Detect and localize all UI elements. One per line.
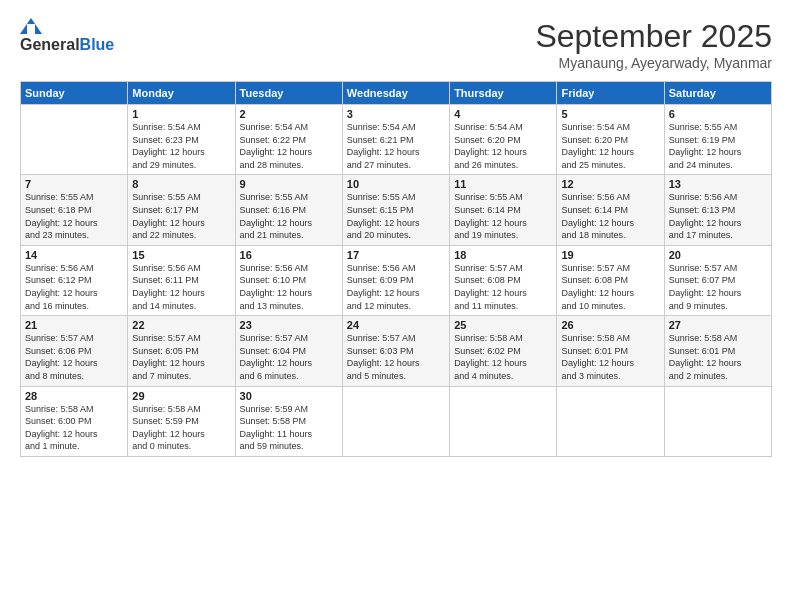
header-thursday: Thursday bbox=[450, 82, 557, 105]
day-info-12: Sunrise: 5:56 AM Sunset: 6:14 PM Dayligh… bbox=[561, 191, 659, 241]
day-info-29: Sunrise: 5:58 AM Sunset: 5:59 PM Dayligh… bbox=[132, 403, 230, 453]
day-number-1: 1 bbox=[132, 108, 230, 120]
day-info-26: Sunrise: 5:58 AM Sunset: 6:01 PM Dayligh… bbox=[561, 332, 659, 382]
day-number-17: 17 bbox=[347, 249, 445, 261]
calendar-cell-w4-d3: 23Sunrise: 5:57 AM Sunset: 6:04 PM Dayli… bbox=[235, 316, 342, 386]
day-info-3: Sunrise: 5:54 AM Sunset: 6:21 PM Dayligh… bbox=[347, 121, 445, 171]
day-number-30: 30 bbox=[240, 390, 338, 402]
calendar-cell-w1-d7: 6Sunrise: 5:55 AM Sunset: 6:19 PM Daylig… bbox=[664, 105, 771, 175]
day-number-16: 16 bbox=[240, 249, 338, 261]
day-info-18: Sunrise: 5:57 AM Sunset: 6:08 PM Dayligh… bbox=[454, 262, 552, 312]
calendar-cell-w4-d1: 21Sunrise: 5:57 AM Sunset: 6:06 PM Dayli… bbox=[21, 316, 128, 386]
day-info-14: Sunrise: 5:56 AM Sunset: 6:12 PM Dayligh… bbox=[25, 262, 123, 312]
day-number-6: 6 bbox=[669, 108, 767, 120]
header-friday: Friday bbox=[557, 82, 664, 105]
day-number-29: 29 bbox=[132, 390, 230, 402]
calendar-cell-w1-d1 bbox=[21, 105, 128, 175]
calendar-cell-w4-d2: 22Sunrise: 5:57 AM Sunset: 6:05 PM Dayli… bbox=[128, 316, 235, 386]
calendar-cell-w1-d5: 4Sunrise: 5:54 AM Sunset: 6:20 PM Daylig… bbox=[450, 105, 557, 175]
calendar-cell-w5-d6 bbox=[557, 386, 664, 456]
calendar-header-row: Sunday Monday Tuesday Wednesday Thursday… bbox=[21, 82, 772, 105]
day-info-17: Sunrise: 5:56 AM Sunset: 6:09 PM Dayligh… bbox=[347, 262, 445, 312]
day-info-19: Sunrise: 5:57 AM Sunset: 6:08 PM Dayligh… bbox=[561, 262, 659, 312]
calendar-cell-w5-d1: 28Sunrise: 5:58 AM Sunset: 6:00 PM Dayli… bbox=[21, 386, 128, 456]
day-number-28: 28 bbox=[25, 390, 123, 402]
calendar-cell-w5-d5 bbox=[450, 386, 557, 456]
day-number-18: 18 bbox=[454, 249, 552, 261]
calendar-week-5: 28Sunrise: 5:58 AM Sunset: 6:00 PM Dayli… bbox=[21, 386, 772, 456]
subtitle: Myanaung, Ayeyarwady, Myanmar bbox=[535, 55, 772, 71]
day-info-21: Sunrise: 5:57 AM Sunset: 6:06 PM Dayligh… bbox=[25, 332, 123, 382]
title-block: September 2025 Myanaung, Ayeyarwady, Mya… bbox=[535, 18, 772, 71]
calendar-cell-w3-d5: 18Sunrise: 5:57 AM Sunset: 6:08 PM Dayli… bbox=[450, 245, 557, 315]
calendar-cell-w3-d7: 20Sunrise: 5:57 AM Sunset: 6:07 PM Dayli… bbox=[664, 245, 771, 315]
logo: GeneralBlue bbox=[20, 18, 114, 54]
day-number-4: 4 bbox=[454, 108, 552, 120]
day-info-22: Sunrise: 5:57 AM Sunset: 6:05 PM Dayligh… bbox=[132, 332, 230, 382]
day-number-3: 3 bbox=[347, 108, 445, 120]
calendar-cell-w1-d6: 5Sunrise: 5:54 AM Sunset: 6:20 PM Daylig… bbox=[557, 105, 664, 175]
day-number-5: 5 bbox=[561, 108, 659, 120]
day-number-27: 27 bbox=[669, 319, 767, 331]
day-number-15: 15 bbox=[132, 249, 230, 261]
calendar-cell-w4-d6: 26Sunrise: 5:58 AM Sunset: 6:01 PM Dayli… bbox=[557, 316, 664, 386]
calendar-week-2: 7Sunrise: 5:55 AM Sunset: 6:18 PM Daylig… bbox=[21, 175, 772, 245]
header-monday: Monday bbox=[128, 82, 235, 105]
day-number-22: 22 bbox=[132, 319, 230, 331]
day-info-16: Sunrise: 5:56 AM Sunset: 6:10 PM Dayligh… bbox=[240, 262, 338, 312]
day-info-23: Sunrise: 5:57 AM Sunset: 6:04 PM Dayligh… bbox=[240, 332, 338, 382]
day-info-27: Sunrise: 5:58 AM Sunset: 6:01 PM Dayligh… bbox=[669, 332, 767, 382]
calendar-cell-w2-d4: 10Sunrise: 5:55 AM Sunset: 6:15 PM Dayli… bbox=[342, 175, 449, 245]
day-number-20: 20 bbox=[669, 249, 767, 261]
calendar-cell-w5-d2: 29Sunrise: 5:58 AM Sunset: 5:59 PM Dayli… bbox=[128, 386, 235, 456]
day-number-21: 21 bbox=[25, 319, 123, 331]
header: GeneralBlue September 2025 Myanaung, Aye… bbox=[20, 18, 772, 71]
day-info-1: Sunrise: 5:54 AM Sunset: 6:23 PM Dayligh… bbox=[132, 121, 230, 171]
calendar-week-3: 14Sunrise: 5:56 AM Sunset: 6:12 PM Dayli… bbox=[21, 245, 772, 315]
calendar-cell-w3-d6: 19Sunrise: 5:57 AM Sunset: 6:08 PM Dayli… bbox=[557, 245, 664, 315]
page: GeneralBlue September 2025 Myanaung, Aye… bbox=[0, 0, 792, 612]
day-number-26: 26 bbox=[561, 319, 659, 331]
day-info-25: Sunrise: 5:58 AM Sunset: 6:02 PM Dayligh… bbox=[454, 332, 552, 382]
calendar-cell-w5-d3: 30Sunrise: 5:59 AM Sunset: 5:58 PM Dayli… bbox=[235, 386, 342, 456]
day-info-5: Sunrise: 5:54 AM Sunset: 6:20 PM Dayligh… bbox=[561, 121, 659, 171]
calendar-cell-w3-d1: 14Sunrise: 5:56 AM Sunset: 6:12 PM Dayli… bbox=[21, 245, 128, 315]
day-number-12: 12 bbox=[561, 178, 659, 190]
day-number-19: 19 bbox=[561, 249, 659, 261]
calendar-cell-w1-d4: 3Sunrise: 5:54 AM Sunset: 6:21 PM Daylig… bbox=[342, 105, 449, 175]
calendar-week-4: 21Sunrise: 5:57 AM Sunset: 6:06 PM Dayli… bbox=[21, 316, 772, 386]
calendar-cell-w2-d1: 7Sunrise: 5:55 AM Sunset: 6:18 PM Daylig… bbox=[21, 175, 128, 245]
calendar-cell-w5-d4 bbox=[342, 386, 449, 456]
day-number-2: 2 bbox=[240, 108, 338, 120]
day-info-2: Sunrise: 5:54 AM Sunset: 6:22 PM Dayligh… bbox=[240, 121, 338, 171]
day-number-13: 13 bbox=[669, 178, 767, 190]
calendar-cell-w2-d5: 11Sunrise: 5:55 AM Sunset: 6:14 PM Dayli… bbox=[450, 175, 557, 245]
calendar-cell-w1-d2: 1Sunrise: 5:54 AM Sunset: 6:23 PM Daylig… bbox=[128, 105, 235, 175]
day-number-24: 24 bbox=[347, 319, 445, 331]
calendar-cell-w1-d3: 2Sunrise: 5:54 AM Sunset: 6:22 PM Daylig… bbox=[235, 105, 342, 175]
day-info-6: Sunrise: 5:55 AM Sunset: 6:19 PM Dayligh… bbox=[669, 121, 767, 171]
day-info-7: Sunrise: 5:55 AM Sunset: 6:18 PM Dayligh… bbox=[25, 191, 123, 241]
day-info-10: Sunrise: 5:55 AM Sunset: 6:15 PM Dayligh… bbox=[347, 191, 445, 241]
logo-blue: Blue bbox=[80, 36, 115, 54]
calendar-cell-w5-d7 bbox=[664, 386, 771, 456]
day-info-24: Sunrise: 5:57 AM Sunset: 6:03 PM Dayligh… bbox=[347, 332, 445, 382]
calendar-cell-w3-d3: 16Sunrise: 5:56 AM Sunset: 6:10 PM Dayli… bbox=[235, 245, 342, 315]
day-number-9: 9 bbox=[240, 178, 338, 190]
header-tuesday: Tuesday bbox=[235, 82, 342, 105]
logo-icon bbox=[20, 18, 42, 34]
calendar-cell-w2-d7: 13Sunrise: 5:56 AM Sunset: 6:13 PM Dayli… bbox=[664, 175, 771, 245]
day-info-20: Sunrise: 5:57 AM Sunset: 6:07 PM Dayligh… bbox=[669, 262, 767, 312]
day-number-23: 23 bbox=[240, 319, 338, 331]
day-number-11: 11 bbox=[454, 178, 552, 190]
day-info-11: Sunrise: 5:55 AM Sunset: 6:14 PM Dayligh… bbox=[454, 191, 552, 241]
day-info-4: Sunrise: 5:54 AM Sunset: 6:20 PM Dayligh… bbox=[454, 121, 552, 171]
header-sunday: Sunday bbox=[21, 82, 128, 105]
calendar-cell-w4-d4: 24Sunrise: 5:57 AM Sunset: 6:03 PM Dayli… bbox=[342, 316, 449, 386]
day-number-8: 8 bbox=[132, 178, 230, 190]
day-number-7: 7 bbox=[25, 178, 123, 190]
calendar-cell-w4-d7: 27Sunrise: 5:58 AM Sunset: 6:01 PM Dayli… bbox=[664, 316, 771, 386]
calendar-cell-w3-d2: 15Sunrise: 5:56 AM Sunset: 6:11 PM Dayli… bbox=[128, 245, 235, 315]
calendar-cell-w2-d3: 9Sunrise: 5:55 AM Sunset: 6:16 PM Daylig… bbox=[235, 175, 342, 245]
calendar-cell-w3-d4: 17Sunrise: 5:56 AM Sunset: 6:09 PM Dayli… bbox=[342, 245, 449, 315]
